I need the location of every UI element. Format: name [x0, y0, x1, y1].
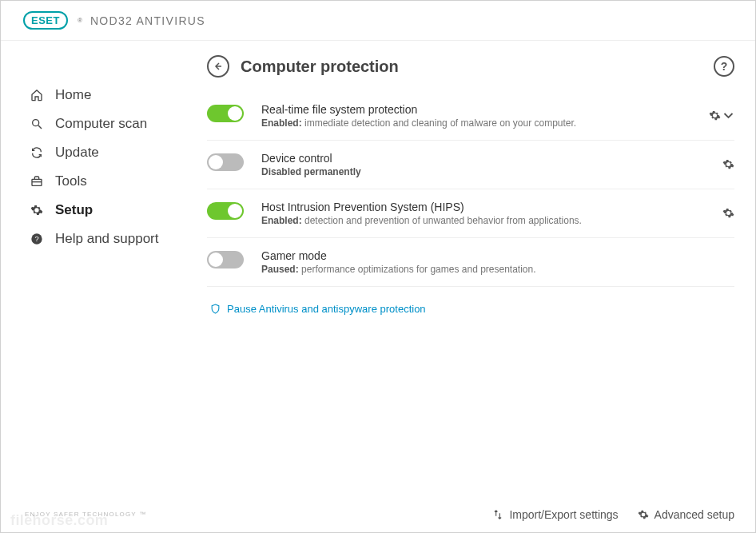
settings-list: Real-time file system protection Enabled…	[201, 92, 755, 315]
setting-desc: Paused: performance optimizations for ga…	[261, 264, 734, 275]
advanced-setup-button[interactable]: Advanced setup	[638, 508, 734, 521]
sidebar-item-label: Tools	[55, 173, 87, 189]
toggle-device-control[interactable]	[207, 153, 244, 171]
setting-desc: Disabled permanently	[261, 166, 722, 177]
home-icon	[30, 88, 44, 102]
close-button[interactable]	[733, 11, 739, 30]
pause-link-label: Pause Antivirus and antispyware protecti…	[227, 303, 426, 315]
sidebar-item-help[interactable]: ? Help and support	[1, 225, 201, 253]
titlebar: ESET® NOD32 ANTIVIRUS	[1, 1, 755, 41]
brand-logo: ESET® NOD32 ANTIVIRUS	[23, 11, 205, 30]
import-export-button[interactable]: Import/Export settings	[492, 508, 618, 521]
product-name: NOD32 ANTIVIRUS	[90, 14, 205, 27]
registered-mark: ®	[78, 17, 82, 24]
toggle-gamer[interactable]	[207, 251, 244, 268]
question-circle-icon: ?	[30, 232, 44, 246]
sidebar-item-setup[interactable]: Setup	[1, 196, 201, 225]
content-panel: Computer protection ? Real-time file sys…	[201, 41, 755, 532]
search-icon	[30, 117, 44, 131]
pause-protection-link[interactable]: Pause Antivirus and antispyware protecti…	[207, 287, 734, 315]
setting-desc: Enabled: immediate detection and cleanin…	[261, 117, 709, 129]
sidebar-item-home[interactable]: Home	[1, 81, 201, 109]
gear-icon	[30, 203, 44, 217]
setting-title: Device control	[261, 152, 722, 165]
import-export-icon	[492, 509, 503, 520]
content-header: Computer protection ?	[201, 41, 755, 92]
back-button[interactable]	[207, 55, 229, 78]
sidebar-item-label: Home	[55, 87, 91, 103]
page-title: Computer protection	[241, 58, 399, 76]
refresh-icon	[30, 145, 44, 160]
sidebar-item-label: Update	[55, 145, 99, 161]
help-button[interactable]: ?	[714, 56, 734, 77]
setting-gear-realtime[interactable]	[709, 103, 734, 121]
arrow-left-icon	[213, 62, 223, 71]
app-window: ESET® NOD32 ANTIVIRUS Home	[0, 0, 756, 533]
import-export-label: Import/Export settings	[509, 508, 618, 521]
minimize-button[interactable]	[704, 11, 710, 30]
setting-row-realtime: Real-time file system protection Enabled…	[207, 92, 734, 141]
setting-title: Host Intrusion Prevention System (HIPS)	[261, 201, 722, 213]
gear-icon	[722, 207, 734, 219]
setting-row-gamer: Gamer mode Paused: performance optimizat…	[207, 238, 734, 287]
setting-row-device-control: Device control Disabled permanently	[207, 141, 734, 189]
svg-text:?: ?	[34, 235, 38, 243]
sidebar-item-label: Computer scan	[55, 116, 147, 132]
setting-row-hips: Host Intrusion Prevention System (HIPS) …	[207, 189, 734, 238]
gear-icon	[722, 158, 734, 170]
sidebar-item-tools[interactable]: Tools	[1, 167, 201, 196]
setting-gear-hips[interactable]	[722, 201, 734, 219]
window-controls	[704, 11, 739, 30]
sidebar-item-label: Setup	[55, 202, 93, 218]
svg-point-3	[33, 120, 39, 126]
setting-desc: Enabled: detection and prevention of unw…	[261, 215, 722, 226]
setting-title: Real-time file system protection	[261, 103, 709, 116]
content-footer: Import/Export settings Advanced setup	[201, 497, 755, 532]
sidebar-item-scan[interactable]: Computer scan	[1, 109, 201, 138]
sidebar-item-update[interactable]: Update	[1, 138, 201, 167]
sidebar-item-label: Help and support	[55, 231, 158, 247]
briefcase-icon	[30, 174, 44, 189]
toggle-realtime[interactable]	[207, 105, 244, 122]
eset-mark: ESET	[23, 11, 68, 30]
setting-title: Gamer mode	[261, 249, 734, 262]
svg-line-4	[38, 125, 42, 129]
gear-icon	[709, 109, 721, 121]
advanced-setup-label: Advanced setup	[655, 508, 734, 521]
toggle-hips[interactable]	[207, 202, 244, 220]
sidebar-tagline: ENJOY SAFER TECHNOLOGY ™	[1, 511, 201, 532]
shield-icon	[210, 304, 221, 314]
gear-icon	[638, 509, 649, 520]
chevron-down-icon	[722, 109, 734, 121]
sidebar: Home Computer scan Update Tools	[1, 41, 201, 532]
main-area: Home Computer scan Update Tools	[1, 41, 755, 532]
setting-gear-device-control[interactable]	[722, 152, 734, 170]
